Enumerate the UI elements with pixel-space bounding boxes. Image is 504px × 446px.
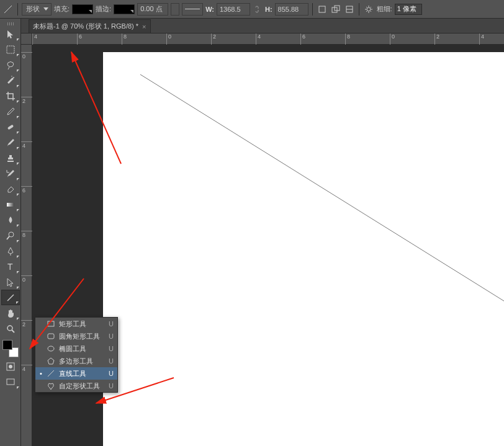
ruler-tick: 0 — [390, 33, 395, 45]
path-op-3[interactable] — [344, 4, 355, 15]
stroke-width-input[interactable]: 0.00 点 — [137, 3, 168, 16]
ruler-tick: 4 — [21, 141, 32, 149]
lasso-tool[interactable] — [1, 57, 20, 73]
document-tab-title: 未标题-1 @ 70% (形状 1, RGB/8) * — [33, 22, 138, 31]
shape-tool-flyout: 矩形工具U圆角矩形工具U椭圆工具U多边形工具U直线工具U自定形状工具U — [35, 317, 118, 393]
svg-point-32 — [48, 346, 54, 351]
flyout-item-custom[interactable]: 自定形状工具U — [35, 380, 117, 392]
type-tool[interactable]: T — [1, 259, 20, 274]
ruler-tick: 6 — [77, 33, 82, 45]
svg-line-29 — [140, 74, 504, 306]
selected-dot — [39, 370, 43, 377]
svg-line-13 — [366, 11, 367, 12]
ruler-horizontal[interactable]: 46802468024 — [32, 33, 504, 45]
flyout-item-shortcut: U — [109, 320, 114, 328]
flyout-item-label: 多边形工具 — [59, 357, 105, 366]
ellipse-icon — [47, 344, 55, 353]
svg-line-34 — [48, 370, 54, 377]
path-select-tool[interactable] — [1, 274, 20, 290]
svg-rect-15 — [7, 46, 14, 53]
path-op-1[interactable] — [317, 4, 328, 15]
blur-tool[interactable] — [1, 212, 20, 228]
ruler-tick: 0 — [21, 275, 32, 283]
flyout-item-shortcut: U — [109, 382, 114, 390]
thickness-label: 粗细: — [377, 4, 392, 14]
line-tool-icon — [2, 4, 14, 15]
flyout-item-rrect[interactable]: 圆角矩形工具U — [35, 330, 117, 342]
svg-rect-18 — [7, 124, 13, 130]
ruler-tick: 4 — [479, 33, 484, 45]
document-tab[interactable]: 未标题-1 @ 70% (形状 1, RGB/8) * × — [29, 19, 151, 33]
stroke-swatch[interactable] — [114, 4, 135, 14]
zoom-tool[interactable] — [1, 321, 20, 336]
svg-point-20 — [9, 232, 14, 237]
ruler-tick: 8 — [122, 33, 127, 45]
marquee-tool[interactable] — [1, 42, 20, 57]
history-brush-tool[interactable] — [1, 166, 20, 181]
height-input[interactable]: 855.88 — [275, 3, 308, 16]
tools-panel: T — [0, 19, 21, 446]
ruler-vertical[interactable]: 02468024 — [21, 45, 32, 446]
move-tool[interactable] — [1, 26, 20, 42]
ruler-tick: 2 — [211, 33, 216, 45]
svg-rect-30 — [48, 321, 54, 326]
ruler-tick: 2 — [434, 33, 439, 45]
fill-swatch[interactable] — [72, 4, 93, 14]
chevron-down-icon — [43, 7, 48, 11]
eyedropper-tool[interactable] — [1, 104, 20, 119]
width-input[interactable]: 1368.5 — [217, 3, 250, 16]
quickmask-toggle[interactable] — [1, 359, 20, 374]
eraser-tool[interactable] — [1, 181, 20, 197]
svg-line-25 — [12, 330, 14, 332]
panel-grip[interactable] — [1, 21, 20, 26]
screenmode-toggle[interactable] — [1, 374, 20, 390]
width-label: W: — [205, 6, 214, 13]
svg-text:T: T — [7, 262, 13, 272]
svg-point-16 — [13, 77, 14, 78]
crop-tool[interactable] — [1, 88, 20, 104]
ruler-tick: 0 — [21, 52, 32, 60]
svg-point-27 — [9, 365, 12, 368]
gradient-tool[interactable] — [1, 197, 20, 212]
poly-icon — [47, 357, 55, 365]
flyout-item-poly[interactable]: 多边形工具U — [35, 355, 117, 367]
document-canvas[interactable] — [103, 52, 504, 446]
flyout-item-label: 自定形状工具 — [59, 381, 105, 391]
close-tab-icon[interactable]: × — [142, 23, 146, 30]
shape-tool[interactable] — [1, 290, 20, 305]
flyout-item-rect[interactable]: 矩形工具U — [35, 318, 117, 330]
path-op-2[interactable] — [330, 4, 341, 15]
tool-mode-dropdown[interactable]: 形状 — [22, 3, 52, 16]
thickness-input[interactable]: 1 像素 — [395, 4, 422, 15]
flyout-item-shortcut: U — [109, 345, 114, 352]
svg-line-21 — [7, 236, 9, 239]
ruler-tick: 2 — [21, 320, 32, 328]
color-chips[interactable] — [1, 339, 20, 359]
tool-mode-label: 形状 — [26, 4, 40, 14]
flyout-item-line[interactable]: 直线工具U — [35, 367, 117, 380]
ruler-tick: 6 — [300, 33, 305, 45]
ruler-tick: 8 — [21, 231, 32, 238]
svg-rect-1 — [319, 6, 325, 12]
wand-tool[interactable] — [1, 73, 20, 88]
pen-tool[interactable] — [1, 243, 20, 259]
dodge-tool[interactable] — [1, 228, 20, 243]
ruler-origin[interactable] — [21, 33, 32, 45]
flyout-item-ellipse[interactable]: 椭圆工具U — [35, 342, 117, 355]
stroke-width-dropdown[interactable] — [171, 3, 179, 16]
options-bar: 形状 填充: 描边: 0.00 点 W: 1368.5 H: 855.88 粗细… — [0, 0, 504, 19]
gear-icon[interactable] — [363, 4, 374, 15]
heal-tool[interactable] — [1, 119, 20, 135]
stamp-tool[interactable] — [1, 150, 20, 166]
svg-line-0 — [4, 6, 12, 13]
brush-tool[interactable] — [1, 135, 20, 150]
line-icon — [47, 369, 55, 378]
stroke-style-dropdown[interactable] — [182, 3, 203, 16]
height-label: H: — [265, 6, 272, 13]
hand-tool[interactable] — [1, 305, 20, 321]
ruler-tick: 6 — [21, 186, 32, 194]
flyout-item-shortcut: U — [109, 357, 114, 365]
fg-color-chip[interactable] — [2, 340, 12, 350]
link-wh-icon[interactable] — [253, 4, 263, 14]
flyout-item-label: 圆角矩形工具 — [59, 332, 105, 341]
